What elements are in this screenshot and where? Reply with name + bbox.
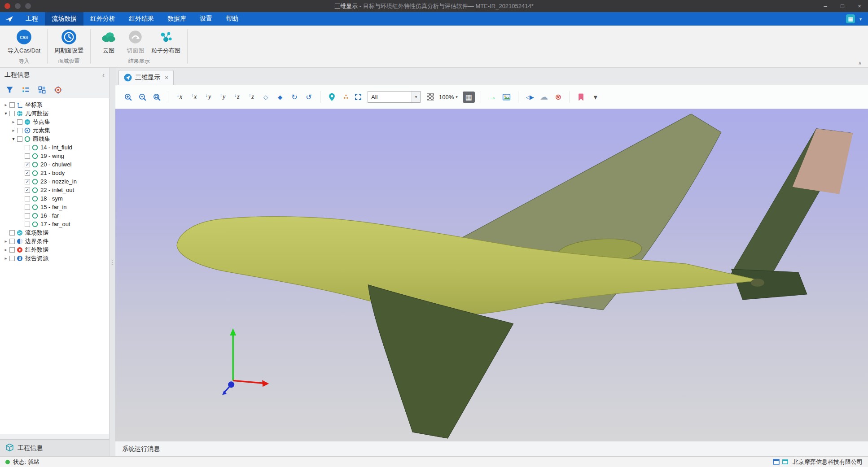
minimize-button[interactable]: – <box>817 3 834 9</box>
menu-item[interactable]: 数据库 <box>161 12 193 26</box>
tree-item-label[interactable]: 23 - nozzle_in <box>40 178 77 185</box>
snapshot-icon[interactable] <box>501 91 512 103</box>
expand-arrow-icon[interactable]: ▸ <box>3 256 9 261</box>
menu-item[interactable]: 工程 <box>19 12 45 26</box>
record-dot-icon[interactable] <box>4 3 10 9</box>
tree-item-label[interactable]: 节点集 <box>33 118 50 126</box>
grid-toggle-button[interactable]: ▦ <box>463 92 475 103</box>
tree-item-label[interactable]: 19 - wing <box>40 153 64 159</box>
ribbon-collapse-icon[interactable]: ∧ <box>858 60 862 66</box>
view-x-minus-icon[interactable]: ↓x <box>174 91 185 103</box>
menu-item[interactable]: 红外分析 <box>83 12 122 26</box>
tree-item-checkbox[interactable] <box>17 119 22 125</box>
tree-item-label[interactable]: 18 - sym <box>40 195 63 202</box>
view-iso-icon[interactable]: ◇ <box>260 91 271 103</box>
menu-caret-icon[interactable]: ▾ <box>859 17 862 22</box>
tree-item-label[interactable]: 流场数据 <box>25 229 48 237</box>
expand-arrow-icon[interactable]: ▸ <box>3 239 9 244</box>
menu-item[interactable]: 帮助 <box>219 12 245 26</box>
tree-item-label[interactable]: 22 - inlet_out <box>40 187 74 193</box>
view-x-plus-icon[interactable]: ↑x <box>189 91 199 103</box>
cloud-outline-icon[interactable]: ☁ <box>539 91 549 103</box>
tree-item-label[interactable]: 元素集 <box>33 127 50 135</box>
tree-item-checkbox[interactable] <box>9 256 15 261</box>
tree-item[interactable]: ▸红外数据 <box>0 245 109 254</box>
tree-item-checkbox[interactable] <box>25 222 30 227</box>
viewport-3d[interactable] <box>115 109 868 441</box>
display-filter-select[interactable]: All▾ <box>368 91 421 103</box>
nodes-cluster-icon[interactable]: ∴ <box>341 91 351 103</box>
tree-item-checkbox[interactable] <box>25 179 30 184</box>
ribbon-button-cloud[interactable]: 云图 <box>95 29 122 55</box>
tree-item-checkbox[interactable] <box>9 230 15 236</box>
tree-item[interactable]: ▸元素集 <box>0 126 109 135</box>
view-z-plus-icon[interactable]: ↑z <box>246 91 257 103</box>
bookmark-caret-icon[interactable]: ▾ <box>590 91 601 103</box>
tree-item[interactable]: ▾面线集 <box>0 135 109 143</box>
app-quick-icon-1[interactable] <box>15 3 21 9</box>
tree-item[interactable]: 14 - int_fluid <box>0 143 109 152</box>
texture-pattern-icon[interactable] <box>427 93 434 100</box>
ribbon-button-particle[interactable]: 粒子分布图 <box>149 29 183 55</box>
tree-item-label[interactable]: 边界条件 <box>25 237 48 245</box>
zoom-in-icon[interactable] <box>123 91 133 103</box>
tree-item-label[interactable]: 面线集 <box>33 135 50 143</box>
bookmark-icon[interactable] <box>576 91 587 103</box>
tree-item[interactable]: 流场数据 <box>0 228 109 237</box>
tree-item-checkbox[interactable] <box>25 170 30 176</box>
message-bar[interactable]: 系统运行消息 <box>115 441 868 456</box>
aircraft-model[interactable] <box>177 114 853 438</box>
tree-item-label[interactable]: 红外数据 <box>25 246 48 254</box>
tree-item-label[interactable]: 20 - chuiwei <box>40 161 71 168</box>
tree-item[interactable]: 17 - far_out <box>0 220 109 228</box>
tree-item[interactable]: 19 - wing <box>0 152 109 160</box>
tree-item-checkbox[interactable] <box>25 188 30 193</box>
menu-item[interactable]: 红外结果 <box>122 12 161 26</box>
zoom-fit-icon[interactable] <box>151 91 162 103</box>
tab-close-icon[interactable]: × <box>165 74 168 81</box>
window-blue-icon[interactable] <box>773 458 780 465</box>
tree-item-label[interactable]: 21 - body <box>40 170 65 176</box>
app-grid-icon[interactable]: ▦ <box>846 14 855 23</box>
clear-red-icon[interactable]: ⊗ <box>553 91 564 103</box>
tree-item-checkbox[interactable] <box>25 145 30 150</box>
tree-item-checkbox[interactable] <box>9 111 15 116</box>
filter-icon[interactable] <box>5 86 14 94</box>
window-teal-icon[interactable] <box>782 458 789 465</box>
view-y-minus-icon[interactable]: ↓y <box>203 91 214 103</box>
export-arrow-icon[interactable]: → <box>487 91 498 103</box>
blocks-view-icon[interactable] <box>38 86 46 94</box>
project-panel-bottom-tab[interactable]: 工程信息 <box>0 439 109 456</box>
tree-item-checkbox[interactable] <box>9 239 15 244</box>
tree-item-checkbox[interactable] <box>25 153 30 159</box>
menu-item[interactable]: 设置 <box>193 12 219 26</box>
locate-icon[interactable] <box>54 86 62 94</box>
tree-item-checkbox[interactable] <box>9 247 15 253</box>
probe-pin-icon[interactable] <box>326 91 337 103</box>
tree-item-checkbox[interactable] <box>9 102 15 108</box>
tree-item-checkbox[interactable] <box>25 213 30 218</box>
expand-arrow-icon[interactable]: ▸ <box>3 102 9 107</box>
tree-item-label[interactable]: 17 - far_out <box>40 221 70 227</box>
tree-item[interactable]: 23 - nozzle_in <box>0 177 109 186</box>
menu-item[interactable]: 流场数据 <box>45 12 83 26</box>
tree-item[interactable]: 20 - chuiwei <box>0 160 109 169</box>
tree-item-label[interactable]: 14 - int_fluid <box>40 144 72 151</box>
rotate-ccw-icon[interactable]: ↺ <box>303 91 314 103</box>
tree-item-label[interactable]: 16 - far <box>40 212 59 219</box>
expand-arrow-icon[interactable]: ▾ <box>10 136 17 141</box>
tree-item-checkbox[interactable] <box>17 136 22 142</box>
view-y-plus-icon[interactable]: ↑y <box>217 91 228 103</box>
combo-caret-icon[interactable]: ▾ <box>412 92 420 102</box>
tree-item[interactable]: 21 - body <box>0 169 109 177</box>
zoom-out-icon[interactable] <box>137 91 148 103</box>
panel-splitter[interactable] <box>110 68 115 456</box>
expand-arrow-icon[interactable]: ▾ <box>3 111 9 116</box>
tree-item[interactable]: ▸节点集 <box>0 118 109 126</box>
expand-arrow-icon[interactable]: ▸ <box>10 119 17 124</box>
tree-item-label[interactable]: 几何数据 <box>25 109 48 118</box>
tree-item[interactable]: 15 - far_in <box>0 203 109 211</box>
panel-collapse-icon[interactable]: ‹ <box>102 71 105 79</box>
view-iso2-icon[interactable]: ◆ <box>275 91 285 103</box>
tree-item[interactable]: 22 - inlet_out <box>0 186 109 194</box>
